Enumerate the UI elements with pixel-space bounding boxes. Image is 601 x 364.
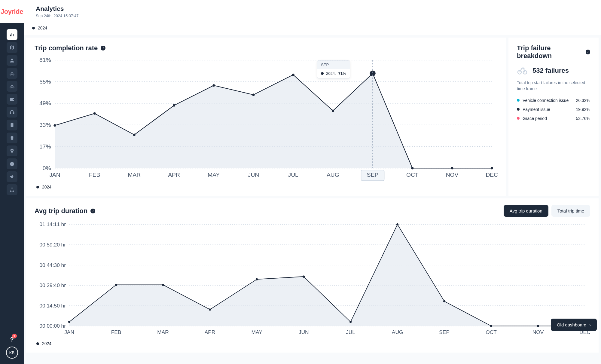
brand-logo: Joyride — [1, 8, 23, 16]
svg-text:65%: 65% — [39, 78, 51, 85]
svg-rect-16 — [11, 191, 12, 192]
nav-headset[interactable] — [7, 107, 17, 118]
svg-text:MAY: MAY — [208, 172, 220, 178]
svg-point-77 — [396, 223, 398, 225]
failure-card: Trip failure breakdown i 532 failures To… — [508, 38, 599, 196]
svg-point-75 — [303, 276, 305, 278]
failure-label: Grace period — [523, 116, 547, 121]
svg-text:81%: 81% — [39, 57, 51, 63]
sidebar: Joyride ? 1 KB — [0, 0, 24, 364]
svg-point-37 — [332, 110, 334, 112]
nav-bike-2[interactable] — [7, 81, 17, 92]
info-icon[interactable]: i — [90, 209, 95, 213]
top-legend: 2024 — [24, 23, 601, 35]
failure-row: Payment issue19.92% — [517, 107, 590, 112]
svg-text:JUN: JUN — [248, 172, 259, 178]
svg-rect-0 — [10, 35, 11, 36]
svg-text:JAN: JAN — [49, 172, 60, 178]
svg-text:NOV: NOV — [532, 329, 544, 335]
info-icon[interactable]: i — [586, 50, 590, 54]
discount-icon — [9, 161, 15, 167]
svg-text:00:29:40 hr: 00:29:40 hr — [39, 282, 66, 288]
failure-label: Payment issue — [523, 107, 550, 112]
tooltip-value: 71% — [338, 71, 346, 76]
svg-text:MAY: MAY — [251, 329, 262, 335]
svg-point-80 — [537, 325, 539, 327]
svg-point-70 — [68, 321, 70, 323]
info-icon[interactable]: i — [101, 46, 105, 50]
svg-point-79 — [490, 325, 492, 327]
svg-point-33 — [173, 104, 175, 107]
nav-megaphone[interactable] — [7, 171, 17, 182]
failure-list: Vehicle connection issue26.32%Payment is… — [517, 98, 590, 121]
svg-text:49%: 49% — [39, 100, 51, 106]
layers-icon — [9, 135, 15, 141]
old-dashboard-button[interactable]: Old dashboard › — [551, 319, 597, 331]
legend-dot — [36, 186, 39, 188]
clipboard-icon — [9, 122, 15, 128]
svg-point-74 — [256, 278, 258, 280]
old-dashboard-label: Old dashboard — [557, 322, 586, 327]
svg-point-31 — [93, 112, 96, 115]
svg-text:JUL: JUL — [288, 172, 299, 178]
legend-dot — [32, 27, 35, 29]
nav-layers[interactable] — [7, 133, 17, 143]
svg-point-41 — [491, 167, 493, 169]
svg-text:MAR: MAR — [128, 172, 141, 178]
svg-point-35 — [252, 93, 255, 96]
nav-user[interactable] — [7, 55, 17, 66]
avg-trip-duration-button[interactable]: Avg trip duration — [504, 205, 548, 217]
svg-text:OCT: OCT — [486, 329, 497, 335]
failure-pct: 53.76% — [576, 116, 590, 121]
nav-bike-1[interactable] — [7, 68, 17, 79]
bike-icon — [517, 65, 528, 77]
tooltip-series: 2024: — [326, 71, 336, 76]
nav-analytics[interactable] — [7, 29, 17, 40]
svg-text:SEP: SEP — [367, 172, 379, 178]
failure-dot — [517, 108, 520, 111]
svg-rect-1 — [11, 33, 12, 37]
chevron-right-icon: › — [589, 323, 591, 327]
svg-text:OCT: OCT — [406, 172, 419, 178]
failure-count: 532 failures — [532, 67, 569, 75]
failure-row: Grace period53.76% — [517, 116, 590, 121]
help-badge: 1 — [12, 334, 17, 338]
svg-text:FEB: FEB — [111, 329, 121, 335]
svg-point-72 — [162, 284, 164, 286]
svg-text:JAN: JAN — [64, 329, 74, 335]
svg-rect-9 — [13, 99, 14, 100]
nav-sitemap[interactable] — [7, 184, 17, 195]
svg-text:0%: 0% — [43, 165, 51, 171]
svg-text:SEP: SEP — [439, 329, 450, 335]
svg-text:APR: APR — [168, 172, 180, 178]
failure-row: Vehicle connection issue26.32% — [517, 98, 590, 103]
total-trip-time-button[interactable]: Total trip time — [551, 205, 590, 217]
nav-pin[interactable] — [7, 145, 17, 156]
svg-point-39 — [411, 167, 413, 169]
nav-clipboard[interactable] — [7, 120, 17, 130]
completion-chart[interactable]: 0%17%33%49%65%81%JANFEBMARAPRMAYJUNJULAU… — [35, 56, 498, 182]
nav-map[interactable] — [7, 42, 17, 53]
nav — [7, 23, 17, 336]
svg-point-73 — [209, 308, 211, 310]
wallet-icon — [9, 96, 15, 102]
bar-chart-icon — [9, 32, 15, 37]
svg-text:33%: 33% — [39, 122, 51, 128]
duration-chart[interactable]: 00:00:00 hr00:14:50 hr00:29:40 hr00:44:3… — [35, 221, 590, 338]
help-button[interactable]: ? 1 — [10, 336, 14, 343]
failure-subtitle: Total trip start failures in the selecte… — [517, 80, 590, 92]
legend-dot — [36, 342, 39, 345]
svg-rect-17 — [13, 191, 14, 192]
user-avatar[interactable]: KB — [6, 347, 18, 359]
svg-rect-10 — [10, 113, 11, 114]
svg-text:AUG: AUG — [392, 329, 403, 335]
svg-point-34 — [212, 84, 215, 87]
svg-point-71 — [115, 284, 117, 286]
svg-rect-12 — [11, 123, 13, 127]
failure-title: Trip failure breakdown — [517, 44, 583, 60]
tooltip-month: SEP — [317, 61, 350, 69]
svg-rect-2 — [13, 34, 14, 36]
tooltip-dot — [321, 72, 324, 75]
nav-discount[interactable] — [7, 158, 17, 169]
nav-wallet[interactable] — [7, 94, 17, 105]
